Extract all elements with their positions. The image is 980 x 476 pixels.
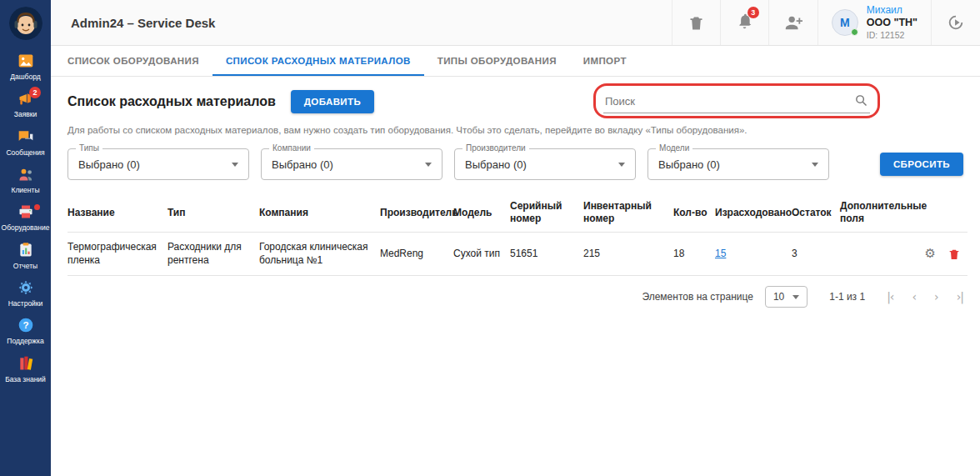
pagination-range: 1-1 из 1	[829, 291, 865, 303]
chevron-down-icon	[232, 163, 238, 167]
filter-label: Производители	[462, 143, 529, 153]
filter-models[interactable]: Модели Выбрано (0)	[648, 148, 829, 180]
sidebar: Дашборд 2 Заявки Сообщения Клиенты	[0, 0, 51, 476]
filter-manufacturers[interactable]: Производители Выбрано (0)	[454, 148, 636, 180]
sidebar-item-label: Поддержка	[0, 338, 51, 345]
sidebar-item-label: Клиенты	[0, 187, 51, 194]
filter-label: Типы	[76, 143, 102, 153]
cell-type: Расходники для рентгена	[168, 233, 259, 276]
notifications-button[interactable]: 3	[720, 0, 768, 45]
row-settings-button[interactable]: ⚙	[925, 248, 936, 260]
filter-value: Выбрано (0)	[658, 158, 720, 171]
col-actions	[919, 193, 968, 233]
pagination-bar: Элементов на странице 10 1-1 из 1 |‹ ‹ ›…	[51, 276, 980, 318]
filter-value: Выбрано (0)	[465, 158, 527, 171]
sidebar-item-label: Сообщения	[0, 149, 51, 157]
support-icon: ?	[18, 317, 34, 333]
filter-types[interactable]: Типы Выбрано (0)	[68, 148, 249, 180]
cell-serial: 51651	[510, 233, 583, 276]
notifications-badge: 3	[748, 7, 759, 18]
row-delete-button[interactable]	[948, 248, 961, 261]
per-page-label: Элементов на странице	[642, 291, 752, 303]
sidebar-item-support[interactable]: ? Поддержка	[0, 313, 51, 350]
user-name: Михаил	[867, 4, 918, 17]
logout-icon	[947, 13, 965, 32]
reset-button[interactable]: СБРОСИТЬ	[880, 153, 963, 176]
tab-equipment-list[interactable]: СПИСОК ОБОРУДОВАНИЯ	[54, 46, 212, 76]
filter-companies[interactable]: Компании Выбрано (0)	[261, 148, 442, 180]
col-used: Израсходовано	[715, 193, 792, 233]
tab-equipment-types[interactable]: ТИПЫ ОБОРУДОВАНИЯ	[424, 46, 570, 76]
trash-icon	[948, 248, 961, 261]
sidebar-item-equipment[interactable]: Оборудование	[0, 199, 51, 237]
sidebar-item-clients[interactable]: Клиенты	[0, 162, 51, 199]
sidebar-item-label: Настройки	[0, 300, 51, 308]
filter-label: Модели	[656, 143, 692, 153]
chevron-down-icon	[618, 163, 625, 167]
sidebar-item-label: Заявки	[0, 111, 51, 118]
info-text: Для работы со списком расходных материал…	[51, 117, 980, 135]
main-content: СПИСОК ОБОРУДОВАНИЯ СПИСОК РАСХОДНЫХ МАТ…	[51, 46, 980, 476]
used-count-link[interactable]: 15	[715, 248, 726, 259]
search-input[interactable]	[603, 90, 870, 113]
online-status-dot	[851, 28, 858, 36]
col-remaining: Остаток	[792, 193, 840, 233]
table-header-row: Название Тип Компания Производитель Моде…	[68, 193, 968, 233]
logout-button[interactable]	[931, 0, 980, 45]
avatar-image	[9, 7, 42, 40]
search-icon[interactable]	[854, 93, 868, 111]
cell-inventory: 215	[583, 233, 673, 276]
col-type: Тип	[168, 193, 259, 233]
header: Admin24 – Service Desk 3 M Миха	[51, 0, 980, 46]
filter-value: Выбрано (0)	[78, 158, 140, 171]
sidebar-item-label: Дашборд	[0, 73, 51, 81]
consumables-table: Название Тип Компания Производитель Моде…	[68, 193, 968, 276]
trash-button[interactable]	[672, 0, 720, 45]
col-company: Компания	[259, 193, 380, 233]
app-window: Дашборд 2 Заявки Сообщения Клиенты	[0, 0, 980, 476]
filter-value: Выбрано (0)	[272, 158, 333, 171]
sidebar-item-dashboard[interactable]: Дашборд	[0, 48, 51, 86]
app-avatar[interactable]	[9, 7, 42, 40]
sidebar-item-requests[interactable]: 2 Заявки	[0, 86, 51, 123]
user-menu[interactable]: M Михаил ООО "ТН" ID: 12152	[818, 0, 931, 45]
sidebar-item-messages[interactable]: Сообщения	[0, 124, 51, 162]
sidebar-item-knowledge-base[interactable]: База знаний	[0, 351, 51, 388]
add-button[interactable]: ДОБАВИТЬ	[291, 90, 374, 113]
col-extra-fields: Дополнительные поля	[840, 193, 919, 233]
next-page-button[interactable]: ›	[934, 290, 938, 303]
last-page-button[interactable]: ›|	[957, 290, 963, 303]
user-id: ID: 12152	[867, 30, 918, 41]
app-title: Admin24 – Service Desk	[71, 16, 215, 30]
prev-page-button[interactable]: ‹	[912, 290, 916, 303]
sidebar-item-settings[interactable]: Настройки	[0, 275, 51, 313]
equipment-alert-dot	[34, 204, 40, 210]
search-field-wrap	[603, 90, 870, 113]
cell-name: Термографическая пленка	[68, 233, 168, 276]
cell-qty: 18	[673, 233, 715, 276]
per-page-select[interactable]: 10	[765, 286, 808, 308]
equipment-icon	[18, 203, 34, 220]
per-page-value: 10	[773, 291, 784, 303]
chevron-down-icon	[812, 163, 818, 167]
first-page-button[interactable]: |‹	[887, 290, 893, 303]
user-company: ООО "ТН"	[867, 17, 918, 30]
tab-import[interactable]: ИМПОРТ	[570, 46, 640, 76]
table-row: Термографическая пленка Расходники для р…	[68, 233, 968, 276]
requests-badge: 2	[29, 87, 41, 98]
col-serial: Серийный номер	[510, 193, 583, 233]
cell-remaining: 3	[792, 233, 840, 276]
sidebar-item-label: Оборудование	[0, 224, 51, 232]
sidebar-item-reports[interactable]: Отчеты	[0, 238, 51, 275]
chevron-down-icon	[792, 295, 799, 299]
cell-extra-fields	[840, 233, 919, 276]
svg-text:?: ?	[22, 320, 28, 331]
cell-model: Сухой тип	[453, 233, 510, 276]
sidebar-item-label: Отчеты	[0, 263, 51, 270]
page-title: Список расходных материалов	[68, 94, 276, 109]
knowledge-base-icon	[18, 355, 34, 372]
add-user-button[interactable]	[768, 0, 818, 45]
tab-consumables-list[interactable]: СПИСОК РАСХОДНЫХ МАТЕРИАЛОВ	[212, 46, 424, 76]
tab-bar: СПИСОК ОБОРУДОВАНИЯ СПИСОК РАСХОДНЫХ МАТ…	[51, 46, 980, 77]
dashboard-icon	[18, 53, 34, 69]
